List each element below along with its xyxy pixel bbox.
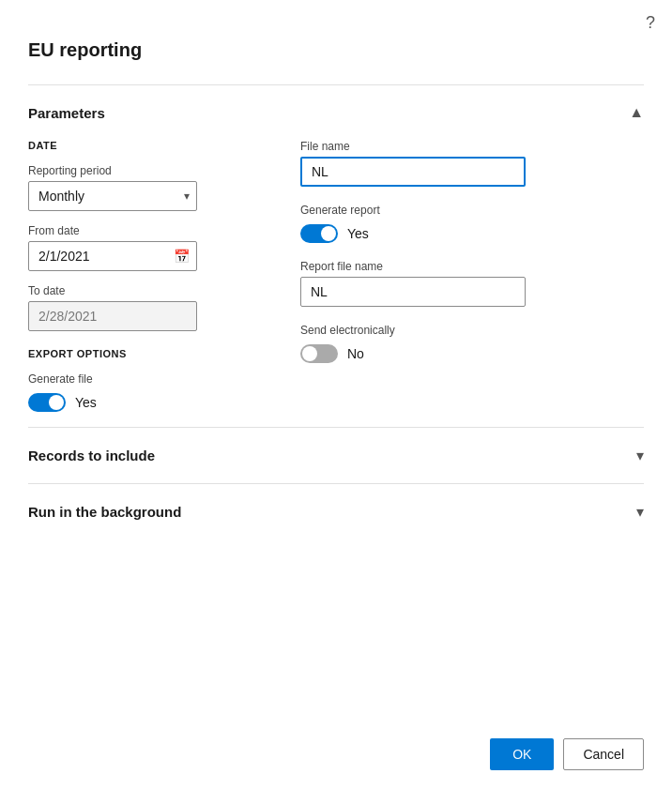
parameters-section: Parameters ▲ DATE Reporting period Month… [28, 84, 644, 427]
parameters-section-header[interactable]: Parameters ▲ [28, 100, 644, 125]
generate-report-text: Yes [347, 226, 369, 241]
records-section-header[interactable]: Records to include ▾ [28, 443, 644, 468]
parameters-title: Parameters [28, 105, 105, 121]
records-section: Records to include ▾ [28, 427, 644, 483]
file-name-label: File name [300, 140, 644, 153]
reporting-period-field: Reporting period Monthly Quarterly Yearl… [28, 164, 244, 211]
background-section: Run in the background ▾ [28, 483, 644, 539]
generate-report-label: Generate report [300, 204, 644, 217]
from-date-input[interactable] [28, 241, 197, 271]
send-electronically-text: No [347, 346, 364, 361]
calendar-icon[interactable]: 📅 [174, 249, 190, 264]
to-date-label: To date [28, 284, 244, 297]
ok-button[interactable]: OK [490, 738, 554, 770]
generate-report-toggle-row: Yes [300, 224, 644, 243]
from-date-label: From date [28, 224, 244, 237]
reporting-period-select[interactable]: Monthly Quarterly Yearly [28, 181, 197, 211]
report-file-name-input[interactable] [300, 277, 526, 307]
generate-file-text: Yes [75, 395, 97, 410]
footer-buttons: OK Cancel [490, 738, 644, 770]
background-chevron-icon: ▾ [636, 503, 644, 521]
export-options-section: EXPORT OPTIONS Generate file Yes [28, 348, 244, 412]
send-electronically-field: Send electronically No [300, 324, 644, 363]
cancel-button[interactable]: Cancel [563, 738, 644, 770]
from-date-field: From date 📅 [28, 224, 244, 271]
reporting-period-label: Reporting period [28, 164, 244, 177]
records-chevron-icon: ▾ [636, 447, 644, 464]
generate-file-toggle[interactable] [28, 393, 66, 412]
records-title: Records to include [28, 448, 155, 463]
file-name-field: File name [300, 140, 644, 187]
to-date-field: To date [28, 284, 244, 331]
right-column: File name Generate report Yes Report fil… [300, 140, 644, 412]
date-label: DATE [28, 140, 244, 151]
send-electronically-toggle-row: No [300, 344, 644, 363]
from-date-wrapper: 📅 [28, 241, 197, 271]
to-date-input [28, 301, 197, 331]
page-title: EU reporting [28, 39, 142, 61]
send-electronically-label: Send electronically [300, 324, 644, 337]
report-file-name-field: Report file name [300, 260, 644, 307]
generate-file-label: Generate file [28, 372, 244, 386]
to-date-wrapper [28, 301, 197, 331]
background-title: Run in the background [28, 504, 181, 520]
parameters-content: DATE Reporting period Monthly Quarterly … [28, 125, 644, 412]
file-name-input[interactable] [300, 157, 526, 187]
generate-file-toggle-row: Yes [28, 393, 244, 412]
generate-report-field: Generate report Yes [300, 204, 644, 243]
reporting-period-dropdown-wrapper: Monthly Quarterly Yearly ▾ [28, 181, 197, 211]
help-icon[interactable]: ? [646, 13, 655, 33]
background-section-header[interactable]: Run in the background ▾ [28, 499, 644, 524]
left-column: DATE Reporting period Monthly Quarterly … [28, 140, 244, 412]
parameters-chevron-icon: ▲ [629, 104, 644, 121]
generate-report-toggle[interactable] [300, 224, 338, 243]
export-options-label: EXPORT OPTIONS [28, 348, 244, 359]
report-file-name-label: Report file name [300, 260, 644, 273]
send-electronically-toggle[interactable] [300, 344, 338, 363]
